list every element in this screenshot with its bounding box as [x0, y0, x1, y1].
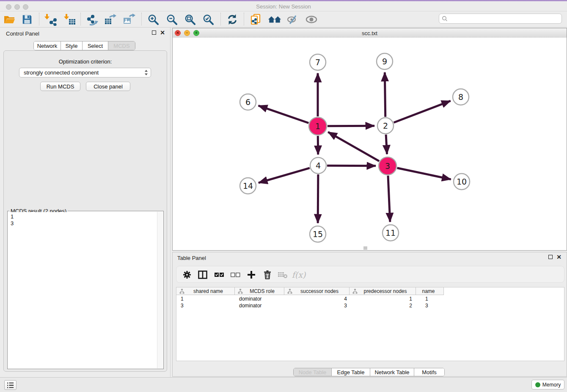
- column-type-icon: [352, 289, 358, 294]
- clone-network-icon[interactable]: [248, 12, 264, 27]
- graph-edge-2-9[interactable]: [385, 72, 385, 117]
- deselect-all-icon[interactable]: [230, 270, 241, 280]
- export-image-icon[interactable]: [121, 12, 137, 27]
- main-toolbar: [0, 11, 567, 28]
- hide-visual-properties-icon[interactable]: [285, 12, 300, 27]
- graph-node-15[interactable]: 15: [310, 226, 326, 242]
- export-table-icon[interactable]: [103, 12, 118, 27]
- home-icon[interactable]: [267, 12, 282, 27]
- main-titlebar: Session: New Session: [0, 1, 567, 11]
- tab-node-table[interactable]: Node Table: [294, 368, 331, 376]
- graph-edge-4-3[interactable]: [327, 166, 376, 166]
- memory-button[interactable]: Memory: [531, 380, 564, 389]
- run-mcds-button[interactable]: Run MCDS: [40, 82, 80, 91]
- table-row[interactable]: 1dominator411: [176, 295, 444, 302]
- delete-table-icon[interactable]: [277, 270, 288, 280]
- open-session-icon[interactable]: [2, 12, 17, 27]
- graph-node-4[interactable]: 4: [310, 157, 326, 174]
- zoom-fit-icon[interactable]: [182, 12, 198, 27]
- graph-node-2[interactable]: 2: [377, 118, 394, 134]
- criterion-dropdown[interactable]: strongly connected component: [19, 68, 151, 77]
- function-builder-icon[interactable]: f(x): [293, 270, 304, 280]
- table-cell[interactable]: 3: [176, 302, 235, 309]
- refresh-icon[interactable]: [225, 12, 240, 27]
- graph-edge-4-15[interactable]: [318, 174, 318, 223]
- graph-node-11[interactable]: 11: [383, 225, 399, 241]
- float-table-panel-icon[interactable]: [548, 255, 553, 259]
- graph-node-9[interactable]: 9: [377, 53, 393, 69]
- graph-edge-3-11[interactable]: [388, 176, 390, 222]
- toolbar-separator: [80, 13, 81, 25]
- show-columns-icon[interactable]: [197, 270, 208, 280]
- graph-node-8[interactable]: 8: [453, 89, 469, 105]
- search-input[interactable]: [448, 15, 561, 22]
- graph-edge-4-14[interactable]: [259, 168, 310, 183]
- table-cell[interactable]: 1: [416, 295, 444, 302]
- graph-node-1[interactable]: 1: [309, 117, 327, 135]
- table-cell[interactable]: 3: [284, 302, 350, 309]
- table-panel: Table Panel ✕ f(x) shared nameMCDS: [172, 252, 567, 377]
- tab-network[interactable]: Network: [34, 41, 61, 50]
- graph-node-7[interactable]: 7: [310, 54, 326, 70]
- svg-text:3: 3: [385, 161, 390, 171]
- search-field[interactable]: [439, 14, 562, 24]
- graph-node-14[interactable]: 14: [240, 178, 256, 194]
- float-panel-icon[interactable]: [152, 30, 156, 35]
- close-panel-icon[interactable]: ✕: [160, 30, 165, 35]
- column-header-MCDS-role[interactable]: MCDS role: [235, 287, 284, 295]
- table-cell[interactable]: dominator: [235, 302, 284, 309]
- graph-edge-1-6[interactable]: [259, 105, 309, 123]
- export-network-icon[interactable]: [85, 12, 100, 27]
- column-header-name[interactable]: name: [416, 287, 444, 295]
- result-scrollbar[interactable]: [157, 212, 163, 368]
- canvas-scrollbar-thumb[interactable]: [363, 246, 367, 250]
- graph-edge-3-10[interactable]: [397, 168, 451, 179]
- table-cell[interactable]: 1: [350, 295, 416, 302]
- zoom-selected-icon[interactable]: [201, 12, 216, 27]
- mcds-result-list[interactable]: 1 3: [8, 212, 157, 368]
- graph-edge-1-2[interactable]: [328, 126, 374, 126]
- graph-node-3[interactable]: 3: [379, 157, 396, 175]
- tab-network-table[interactable]: Network Table: [370, 368, 414, 376]
- graph-edge-3-1[interactable]: [328, 132, 379, 161]
- table-cell[interactable]: 4: [284, 295, 350, 302]
- import-network-icon[interactable]: [43, 12, 58, 27]
- zoom-out-icon[interactable]: [164, 12, 179, 27]
- graph-edge-2-8[interactable]: [394, 101, 451, 122]
- tab-mcds[interactable]: MCDS: [108, 41, 135, 50]
- network-canvas[interactable]: 7968124314101511: [173, 38, 567, 250]
- node-table[interactable]: shared nameMCDS rolesuccessor nodesprede…: [176, 287, 564, 361]
- toolbar-separator: [39, 13, 39, 25]
- svg-text:7: 7: [315, 58, 320, 67]
- table-row[interactable]: 3dominator323: [176, 302, 444, 309]
- svg-text:14: 14: [243, 181, 253, 190]
- graph-edge-2-3[interactable]: [386, 135, 387, 154]
- delete-row-icon[interactable]: [262, 270, 273, 280]
- graph-node-6[interactable]: 6: [240, 94, 256, 110]
- import-table-icon[interactable]: [62, 12, 77, 27]
- table-cell[interactable]: 1: [176, 295, 235, 302]
- add-row-icon[interactable]: [246, 270, 257, 280]
- graph-node-10[interactable]: 10: [454, 174, 470, 190]
- tab-select[interactable]: Select: [82, 41, 108, 50]
- table-cell[interactable]: 3: [416, 302, 444, 309]
- save-session-icon[interactable]: [19, 12, 35, 27]
- close-panel-button[interactable]: Close panel: [86, 82, 130, 91]
- table-settings-icon[interactable]: [182, 270, 193, 280]
- column-header-shared-name[interactable]: shared name: [176, 287, 235, 295]
- table-cell[interactable]: dominator: [235, 295, 284, 302]
- network-window-titlebar[interactable]: ✕ − + scc.txt: [173, 28, 567, 38]
- table-cell[interactable]: 2: [350, 302, 416, 309]
- column-header-successor-nodes[interactable]: successor nodes: [284, 287, 350, 295]
- close-table-panel-icon[interactable]: ✕: [556, 255, 561, 259]
- select-all-icon[interactable]: [214, 270, 225, 280]
- show-visual-properties-icon[interactable]: [304, 12, 319, 27]
- column-header-predecessor-nodes[interactable]: predecessor nodes: [350, 287, 416, 295]
- tab-motifs[interactable]: Motifs: [414, 368, 444, 376]
- toolbar-separator: [244, 13, 244, 25]
- zoom-in-icon[interactable]: [146, 12, 161, 27]
- memory-label: Memory: [542, 382, 561, 388]
- tab-style[interactable]: Style: [61, 41, 82, 50]
- task-history-button[interactable]: [4, 380, 17, 390]
- tab-edge-table[interactable]: Edge Table: [331, 368, 370, 376]
